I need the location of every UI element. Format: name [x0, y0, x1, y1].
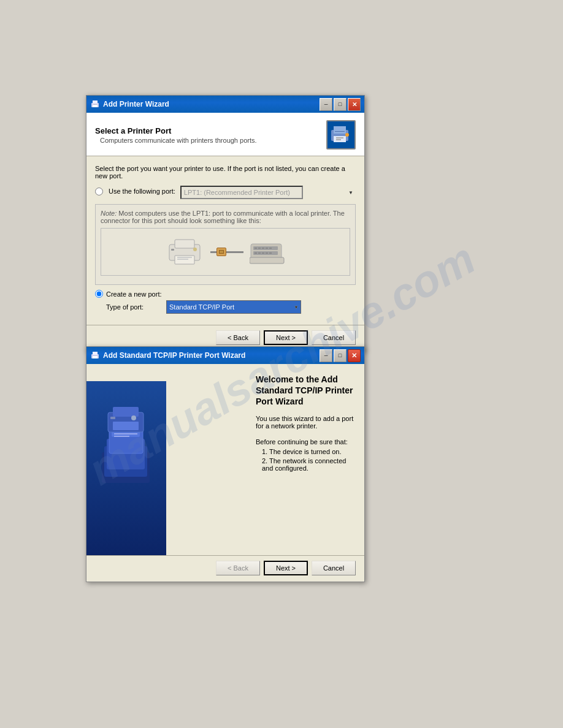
port-type-label: Type of port:	[106, 303, 161, 311]
dialog2-heading: Welcome to the Add Standard TCP/IP Print…	[256, 374, 354, 408]
titlebar-buttons-2: ─ □ ✕	[320, 349, 361, 362]
svg-rect-13	[175, 240, 194, 248]
titlebar-printer-icon-2	[90, 351, 100, 360]
port-dropdown-wrapper: LPT1: (Recommended Printer Port)	[180, 186, 356, 199]
svg-rect-22	[255, 248, 257, 249]
svg-rect-1	[93, 100, 98, 104]
svg-rect-10	[336, 137, 343, 138]
titlebar-1: Add Printer Wizard ─ □ ✕	[86, 96, 364, 113]
svg-rect-3	[94, 104, 94, 105]
minimize-button-1[interactable]: ─	[320, 98, 332, 111]
radio1-row: Use the following port: LPT1: (Recommend…	[95, 186, 356, 199]
wizard-printer-stack-icon	[96, 391, 157, 489]
svg-point-17	[193, 248, 197, 251]
cable-right	[226, 251, 243, 253]
radio2-section: Create a new port: Type of port: Standar…	[95, 290, 356, 314]
printer-wizard-icon	[330, 124, 352, 146]
condition-2-text: The network is connected and configured.	[262, 457, 346, 472]
dialog2-spacer	[256, 474, 354, 547]
svg-rect-4	[96, 104, 96, 105]
cancel-button-1[interactable]: Cancel	[312, 330, 356, 345]
cable-inner	[219, 250, 224, 254]
dialog1-instructions: Select the port you want your printer to…	[95, 165, 356, 180]
note-box: Note: Most computers use the LPT1: port …	[95, 204, 356, 285]
svg-rect-45	[113, 407, 139, 417]
dialog2-conditions-list: 1. The device is turned on. 2. The netwo…	[262, 448, 354, 472]
port-connector-illustration	[250, 239, 285, 265]
dialog1-body: Select the port you want your printer to…	[86, 156, 364, 325]
svg-rect-27	[255, 252, 257, 254]
close-button-2[interactable]: ✕	[348, 349, 361, 362]
dialog2-before-label: Before continuing be sure that:	[256, 438, 354, 446]
svg-rect-24	[262, 248, 264, 249]
add-printer-wizard-dialog: Add Printer Wizard ─ □ ✕ Select a Printe…	[86, 95, 365, 352]
svg-point-9	[345, 133, 349, 137]
back-button-1[interactable]: < Back	[216, 330, 260, 345]
note-label: Note: Most computers use the LPT1: port …	[101, 210, 345, 224]
dialog2-wrapper: Welcome to the Add Standard TCP/IP Print…	[86, 364, 364, 556]
maximize-button-2[interactable]: □	[334, 349, 347, 362]
condition-2-number: 2.	[262, 457, 269, 464]
svg-rect-35	[93, 356, 98, 358]
svg-rect-23	[258, 248, 261, 249]
next-button-2[interactable]: Next >	[264, 561, 308, 575]
radio1-text: Use the following port:	[109, 188, 175, 195]
svg-rect-6	[334, 126, 346, 134]
condition-2: 2. The network is connected and configur…	[262, 457, 354, 472]
svg-rect-46	[113, 422, 139, 430]
dialog2-right-content: Welcome to the Add Standard TCP/IP Print…	[246, 364, 364, 556]
close-button-1[interactable]: ✕	[348, 98, 361, 111]
note-label-text: Note:	[101, 210, 117, 217]
port-dropdown[interactable]: LPT1: (Recommended Printer Port)	[180, 186, 303, 199]
svg-rect-25	[266, 248, 268, 249]
dialog1-header-text: Select a Printer Port Computers communic…	[95, 126, 257, 144]
minimize-button-2[interactable]: ─	[320, 349, 332, 362]
svg-rect-16	[177, 259, 188, 260]
svg-rect-8	[335, 131, 345, 132]
dialog1-title: Add Printer Wizard	[103, 100, 320, 108]
dialog1-header-icon	[326, 120, 356, 150]
back-button-2[interactable]: < Back	[216, 561, 260, 575]
port-type-dropdown-wrapper: Standard TCP/IP Port ▼	[166, 300, 301, 314]
svg-rect-42	[114, 433, 137, 434]
svg-rect-43	[114, 436, 129, 437]
port-type-row: Type of port: Standard TCP/IP Port ▼	[106, 300, 356, 314]
dialog2-left-panel	[86, 381, 166, 556]
port-type-dropdown[interactable]: Standard TCP/IP Port	[166, 300, 301, 314]
titlebar-buttons-1: ─ □ ✕	[320, 98, 361, 111]
printer-illustration	[166, 236, 204, 268]
svg-rect-48	[110, 417, 115, 419]
dialog2-intro: You use this wizard to add a port for a …	[256, 415, 354, 430]
svg-rect-26	[269, 248, 272, 249]
dialog2-btn-row: < Back Next > Cancel	[86, 555, 364, 582]
connector-illustration	[101, 228, 350, 276]
cable-connector-group	[210, 248, 243, 256]
radio2-label[interactable]: Create a new port:	[95, 290, 356, 298]
svg-rect-18	[171, 249, 174, 251]
condition-1-number: 1.	[262, 448, 269, 455]
svg-rect-31	[269, 252, 272, 254]
note-body-text: Most computers use the LPT1: port to com…	[101, 210, 345, 224]
condition-1: 1. The device is turned on.	[262, 448, 354, 455]
cancel-button-2[interactable]: Cancel	[312, 561, 356, 575]
svg-rect-28	[258, 252, 261, 254]
svg-rect-34	[93, 352, 98, 355]
radio2-input[interactable]	[95, 290, 103, 298]
svg-rect-29	[262, 252, 264, 254]
titlebar-printer-icon	[90, 99, 100, 109]
svg-rect-15	[177, 257, 192, 258]
dialog1-subtext: Computers communicate with printers thro…	[100, 137, 257, 144]
cable-left	[210, 251, 216, 253]
titlebar-2: Add Standard TCP/IP Printer Port Wizard …	[86, 347, 364, 364]
dialog1-heading: Select a Printer Port	[95, 126, 257, 135]
svg-rect-2	[93, 105, 98, 107]
cable-connector-orange	[216, 248, 226, 256]
next-button-1[interactable]: Next >	[264, 330, 308, 345]
maximize-button-1[interactable]: □	[334, 98, 347, 111]
condition-1-text: The device is turned on.	[269, 448, 341, 455]
radio1-label[interactable]: Use the following port:	[95, 188, 175, 195]
radio1-input[interactable]	[95, 188, 103, 195]
svg-point-47	[131, 415, 136, 420]
svg-rect-11	[336, 139, 341, 140]
dialog1-header: Select a Printer Port Computers communic…	[86, 113, 364, 156]
